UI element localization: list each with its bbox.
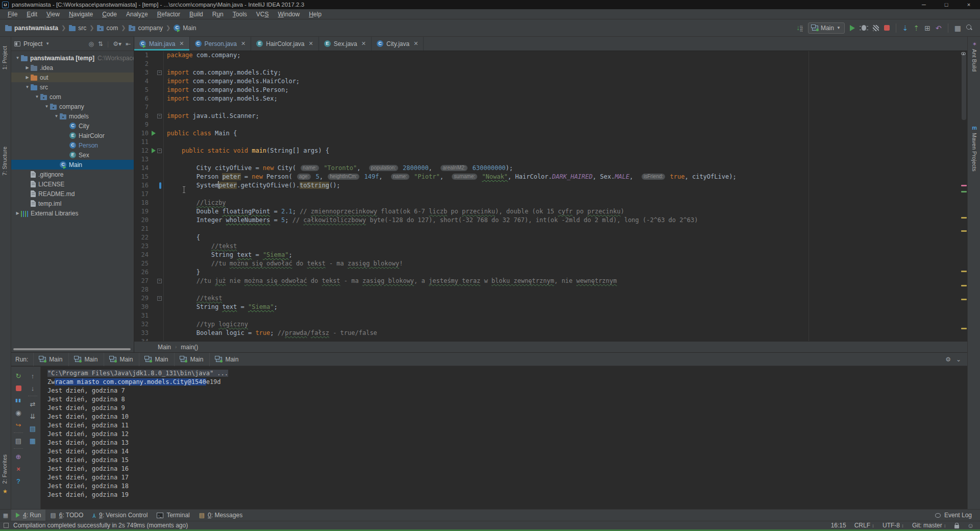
collapse-arrow-icon[interactable]: ▶ [14,211,21,215]
rollback-button[interactable]: ↶ [936,25,942,32]
tree-item--idea[interactable]: ▶.idea [11,63,134,73]
scroll-to-end-button[interactable]: ⇊ [26,410,40,422]
tree-item-city[interactable]: CCity [11,121,134,131]
tool-button-favorites[interactable]: 2: Favorites [2,454,8,484]
line-separator-selector[interactable]: CRLF↕ [854,522,874,529]
collapse-arrow-icon[interactable]: ▶ [24,65,31,70]
breadcrumb-method[interactable]: main() [181,344,198,351]
chevron-down-icon[interactable]: ▼ [45,41,50,46]
down-stack-trace-button[interactable]: ↓ [26,382,40,394]
tree-item-main[interactable]: CMain [11,160,134,170]
run-tab-main[interactable]: Main [139,353,174,366]
tree-item-src[interactable]: ▼src [11,82,134,92]
gear-icon[interactable]: ⚙▾ [113,40,121,47]
tree-item-haircolor[interactable]: EHairColor [11,131,134,140]
tree-item-license[interactable]: LICENSE [11,179,134,189]
tool-window-button-versioncontrol[interactable]: Y9: Version Control [88,510,152,521]
run-tab-main[interactable]: Main [33,353,68,366]
menu-item-analyze[interactable]: Analyze [121,9,153,19]
tree-item--gitignore[interactable]: .gitignore [11,170,134,179]
minimize-button[interactable]: ─ [913,0,935,9]
tree-item-sex[interactable]: ESex [11,150,134,160]
tree-item-temp-iml[interactable]: temp.iml [11,199,134,208]
expand-arrow-icon[interactable]: ▼ [53,114,60,118]
menu-item-vcs[interactable]: VCS [252,9,274,19]
compare-button[interactable]: ⊞ [924,25,930,32]
run-tab-main[interactable]: Main [174,353,209,366]
run-tab-main[interactable]: Main [68,353,104,366]
expand-arrow-icon[interactable]: ▼ [24,85,31,89]
menu-item-code[interactable]: Code [97,9,121,19]
editor-tab-haircolor-java[interactable]: EHairColor.java✕ [251,37,319,51]
close-tab-icon[interactable]: ✕ [361,40,366,47]
tree-item-person[interactable]: CPerson [11,140,134,150]
favorites-star-icon[interactable]: ★ [3,488,8,495]
tree-item-models[interactable]: ▼models [11,111,134,121]
tree-item-external-libraries[interactable]: ▶External Libraries [11,208,134,218]
warning-stripe-mark[interactable] [961,191,967,192]
close-console-button[interactable]: × [11,463,26,475]
caret-position[interactable]: 16:15 [831,522,846,529]
hector-icon[interactable]: ☺ [967,522,974,529]
warning-stripe-mark[interactable] [961,230,967,232]
up-stack-trace-button[interactable]: ↑ [26,370,40,382]
pause-button[interactable]: ▮▮ [11,394,26,406]
warning-stripe-mark[interactable] [961,271,967,272]
ant-icon[interactable]: ✶ [972,41,977,47]
close-tab-icon[interactable]: ✕ [413,40,418,47]
expand-arrow-icon[interactable]: ▼ [14,56,21,60]
exit-button[interactable]: ↪ [11,419,26,431]
collapse-arrow-icon[interactable]: ▶ [24,75,31,80]
breadcrumb-item-company[interactable]: company [129,25,163,32]
run-configuration-selector[interactable]: Main ▼ [808,22,845,34]
help-button[interactable]: ? [11,475,26,487]
close-button[interactable]: × [958,0,980,9]
editor-tab-sex-java[interactable]: ESex.java✕ [319,37,372,51]
fold-icon[interactable]: − [157,279,162,283]
breadcrumb-item-panstwamiasta[interactable]: panstwamiasta [5,25,58,32]
breadcrumb-item-src[interactable]: src [69,25,86,32]
tree-item-company[interactable]: ▼company [11,102,134,111]
breadcrumb-item-main[interactable]: CMain [174,25,196,32]
editor-scrollbar[interactable] [962,54,966,120]
menu-item-view[interactable]: View [42,9,64,19]
console-layout-icon[interactable]: ▤ [11,435,26,447]
maven-icon[interactable]: m [972,125,977,131]
git-branch-selector[interactable]: Git: master↕ [912,522,946,529]
debug-button[interactable] [862,25,866,31]
rerun-button[interactable]: ↻ [11,370,26,382]
tree-item-readme-md[interactable]: README.md [11,189,134,199]
tool-button-ant-build[interactable]: Ant Build [971,49,977,71]
commit-changes-button[interactable]: ⇡ [914,25,920,32]
gear-icon[interactable]: ⚙ [945,356,951,363]
close-tab-icon[interactable]: ✕ [179,40,184,47]
hide-panel-icon[interactable]: ⇤ [126,40,131,47]
soft-wrap-button[interactable]: ⇄ [26,398,40,410]
menu-item-tools[interactable]: Tools [228,9,252,19]
menu-item-build[interactable]: Build [185,9,208,19]
tool-window-toggle-icon[interactable]: ▦ [0,512,11,519]
menu-item-window[interactable]: Window [273,9,304,19]
breadcrumb-class[interactable]: Main [158,344,171,351]
tool-window-button-terminal[interactable]: ›_Terminal [152,510,194,521]
menu-item-edit[interactable]: Edit [22,9,42,19]
collapse-all-icon[interactable]: ⇅ [98,40,103,47]
print-button[interactable]: ▤ [26,422,40,435]
warning-stripe-mark[interactable] [961,299,967,300]
editor-tab-main-java[interactable]: CMain.java✕ [134,37,190,51]
tree-item-panstwamiasta-temp-[interactable]: ▼panstwamiasta [temp]C:\Workspace\ [11,53,134,63]
layout-button[interactable]: ▦ [954,25,961,32]
menu-item-navigate[interactable]: Navigate [64,9,97,19]
fold-icon[interactable]: − [157,70,162,75]
stop-process-button[interactable] [11,382,26,394]
warning-stripe-mark[interactable] [961,217,967,219]
menu-item-refactor[interactable]: Refactor [153,9,185,19]
locate-file-icon[interactable]: ◎ [88,40,93,47]
clear-console-button[interactable]: ▦ [26,435,40,447]
encoding-selector[interactable]: UTF-8↕ [883,522,904,529]
expand-arrow-icon[interactable]: ▼ [34,94,40,99]
horizontal-scrollbar[interactable] [13,348,131,350]
event-log-button[interactable]: Event Log [935,512,980,519]
menu-item-run[interactable]: Run [208,9,228,19]
warning-stripe-mark[interactable] [961,328,967,329]
